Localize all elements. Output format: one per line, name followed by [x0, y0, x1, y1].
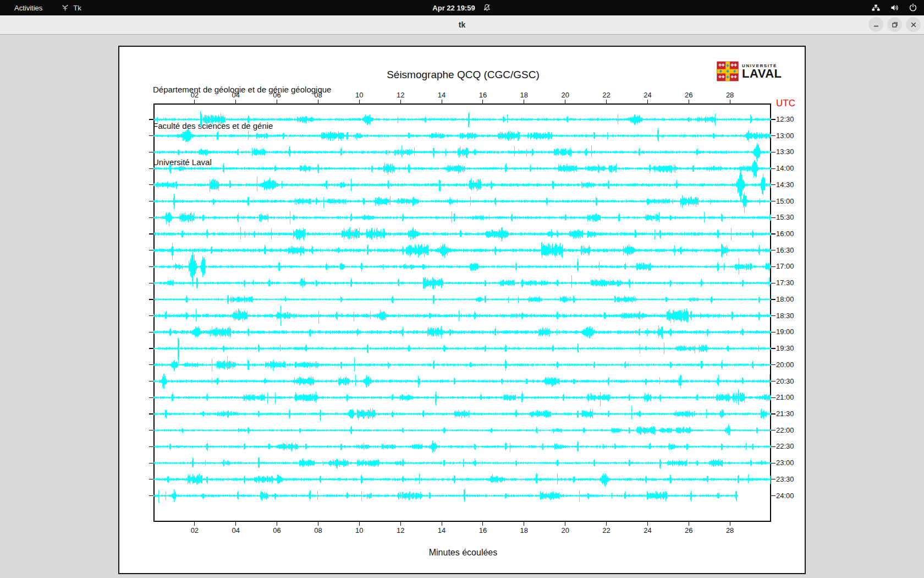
bottom-axis-tick: [235, 522, 236, 526]
left-trace-tick: [149, 463, 153, 464]
close-button[interactable]: [906, 17, 921, 32]
laval-crest-icon: [717, 61, 739, 81]
window-title: tk: [459, 20, 465, 29]
bottom-axis-tick-label: 02: [185, 526, 204, 535]
network-icon[interactable]: [871, 3, 881, 12]
bottom-axis-tick-label: 16: [474, 526, 492, 535]
top-axis-tick-label: 14: [432, 91, 451, 99]
bottom-axis-tick-label: 26: [679, 526, 698, 535]
left-trace-tick: [149, 364, 153, 365]
right-trace-tick: [771, 315, 776, 316]
left-trace-tick: [149, 201, 153, 201]
top-axis-tick-label: 04: [227, 91, 245, 99]
bottom-axis-tick-label: 10: [350, 526, 369, 535]
right-trace-tick: [771, 119, 776, 119]
top-axis-tick-label: 12: [391, 91, 410, 99]
window-titlebar: tk: [0, 15, 924, 35]
right-axis-time-label: 12:30: [776, 115, 794, 123]
bottom-axis-tick: [565, 522, 565, 526]
right-trace-tick: [771, 233, 776, 234]
left-trace-tick: [149, 495, 153, 496]
bottom-axis-tick: [524, 522, 524, 526]
bottom-axis-tick-label: 14: [432, 526, 451, 535]
top-axis-tick: [235, 100, 236, 103]
right-trace-tick: [771, 479, 776, 479]
left-trace-tick: [149, 168, 153, 169]
top-axis-tick: [606, 100, 607, 103]
minimize-icon: [873, 21, 879, 28]
volume-icon[interactable]: [890, 3, 899, 12]
top-axis-tick-label: 08: [309, 91, 327, 99]
top-axis-tick: [730, 100, 730, 103]
right-trace-tick: [771, 430, 776, 430]
right-axis-time-label: 14:00: [776, 164, 794, 172]
right-axis-time-label: 19:30: [776, 344, 794, 352]
tk-app-indicator[interactable]: Tk: [61, 4, 81, 12]
top-axis-tick: [565, 100, 565, 103]
right-trace-tick: [771, 364, 776, 365]
bottom-axis-tick: [606, 522, 607, 526]
left-trace-tick: [149, 413, 153, 414]
right-trace-tick: [771, 348, 776, 348]
minimize-button[interactable]: [868, 17, 883, 32]
right-axis-time-label: 22:30: [776, 442, 794, 450]
x-axis-label: Minutes écoulées: [119, 548, 807, 558]
tk-app-label: Tk: [73, 4, 81, 12]
bottom-axis-tick-label: 22: [597, 526, 616, 535]
top-axis-tick-label: 06: [268, 91, 287, 99]
top-axis-tick-label: 22: [597, 91, 616, 99]
right-trace-tick: [771, 397, 776, 398]
right-axis-time-label: 22:00: [776, 426, 794, 434]
bottom-axis-tick-label: 04: [227, 526, 245, 535]
left-trace-tick: [149, 250, 153, 250]
right-axis-time-label: 13:00: [776, 132, 794, 140]
right-axis-time-label: 14:30: [776, 181, 794, 189]
bottom-axis-tick: [442, 522, 442, 526]
right-axis-time-label: 18:30: [776, 312, 794, 320]
clock-text: Apr 22 19:59: [432, 4, 475, 12]
top-axis-tick-label: 10: [350, 91, 369, 99]
top-axis-tick-label: 28: [721, 91, 739, 99]
right-trace-tick: [771, 299, 776, 299]
top-axis-tick-label: 26: [679, 91, 698, 99]
maximize-button[interactable]: [887, 17, 902, 32]
right-axis-time-label: 15:30: [776, 213, 794, 221]
top-axis-tick: [400, 100, 401, 103]
right-trace-tick: [771, 217, 776, 218]
bottom-axis-tick-label: 28: [721, 526, 739, 535]
right-trace-tick: [771, 135, 776, 136]
right-axis-time-label: 21:00: [776, 393, 794, 401]
plot-title: Séismographe QCQ (CGC/GSC): [119, 69, 807, 81]
left-trace-tick: [149, 299, 153, 299]
right-axis-time-label: 17:00: [776, 262, 794, 270]
seismograph-panel: Département de géologie et de génie géol…: [118, 46, 806, 574]
right-trace-tick: [771, 332, 776, 332]
bottom-axis-tick: [359, 522, 360, 526]
top-axis-tick-label: 16: [474, 91, 492, 99]
bottom-axis-tick-label: 08: [309, 526, 327, 535]
right-axis-time-label: 23:30: [776, 475, 794, 483]
right-axis-time-label: 21:30: [776, 410, 794, 418]
right-axis-time-label: 20:30: [776, 377, 794, 385]
bottom-axis-tick-label: 12: [391, 526, 410, 535]
right-axis-time-label: 23:00: [776, 459, 794, 467]
right-axis-time-label: 15:00: [776, 197, 794, 205]
clock-menu[interactable]: Apr 22 19:59: [432, 3, 491, 12]
activities-button[interactable]: Activities: [11, 4, 46, 12]
right-axis-time-label: 17:30: [776, 279, 794, 287]
top-axis-tick: [442, 100, 442, 103]
top-axis-tick-label: 18: [515, 91, 534, 99]
top-axis-tick-label: 20: [556, 91, 575, 99]
right-trace-tick: [771, 266, 776, 267]
right-trace-tick: [771, 413, 776, 414]
top-axis-tick: [689, 100, 689, 103]
left-trace-tick: [149, 446, 153, 447]
left-trace-tick: [149, 217, 153, 218]
bottom-axis-tick: [194, 522, 195, 526]
right-trace-tick: [771, 495, 776, 496]
power-icon[interactable]: [909, 3, 917, 12]
right-trace-tick: [771, 184, 776, 185]
left-trace-tick: [149, 479, 153, 479]
left-trace-tick: [149, 430, 153, 430]
seismogram-canvas: [153, 103, 771, 522]
